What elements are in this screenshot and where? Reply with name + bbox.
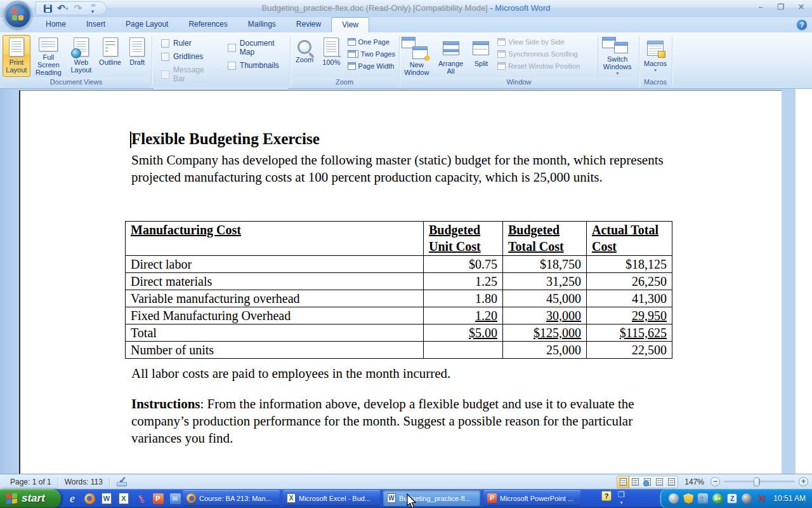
tray-zonealarm-icon[interactable]: Z <box>727 493 737 504</box>
checkbox-icon <box>161 39 169 48</box>
zoom-icon <box>298 40 311 54</box>
taskbar-button-word-active[interactable]: W Budgeting_practice-fl... <box>383 490 480 506</box>
tab-view[interactable]: View <box>331 17 369 32</box>
word-count[interactable]: Words: 113 <box>58 478 109 486</box>
table-cell: 31,250 <box>503 273 587 290</box>
document-instructions: Instructions: From the information above… <box>131 396 677 447</box>
group-label-macros[interactable]: Macros <box>641 77 670 88</box>
group-label-document-views[interactable]: Document Views <box>3 77 150 88</box>
tab-references[interactable]: References <box>178 17 237 32</box>
ruler-checkbox[interactable]: Ruler <box>161 39 216 48</box>
start-label: start <box>22 492 45 505</box>
word-icon[interactable]: W <box>100 492 113 505</box>
web-layout-button[interactable]: Web Layout <box>67 35 96 77</box>
help-button[interactable]: ? <box>797 20 807 30</box>
table-cell: Fixed Manufacturing Overhead <box>126 307 424 324</box>
tab-home[interactable]: Home <box>36 17 76 32</box>
internet-explorer-icon[interactable]: e <box>66 492 79 505</box>
title-bar: ↶▾ ↷ ═▾ Budgeting_practice-flex.doc (Rea… <box>0 0 812 17</box>
taskbar-clock[interactable]: 10:51 AM <box>773 494 806 503</box>
macros-button[interactable]: Macros ▾ <box>641 35 670 77</box>
table-cell: $18,125 <box>587 256 672 273</box>
document-map-label: Document Map <box>240 39 289 57</box>
excel-icon[interactable]: X <box>117 492 130 505</box>
zoom-in-button[interactable]: + <box>799 477 808 486</box>
tray-tools-icon[interactable]: 🔧 <box>698 493 708 504</box>
taskbar-button-excel[interactable]: X Microsoft Excel - Bud... <box>283 490 380 506</box>
tab-page-layout[interactable]: Page Layout <box>115 17 178 32</box>
outlook-express-icon[interactable]: ✉ <box>169 492 181 505</box>
taskbar-button-powerpoint[interactable]: P Microsoft PowerPoint ... <box>483 490 580 506</box>
web-layout-icon <box>74 37 89 57</box>
zoom-out-button[interactable]: − <box>710 477 720 486</box>
print-layout-label: Print Layout <box>4 58 29 74</box>
status-draft-button[interactable] <box>665 476 678 488</box>
zoom-level[interactable]: 147% <box>684 478 704 486</box>
status-bar: Page: 1 of 1 Words: 113 147% − + <box>0 474 812 489</box>
key-icon[interactable]: ⚷ <box>134 492 147 505</box>
ribbon-tab-row: Home Insert Page Layout References Maili… <box>0 17 812 32</box>
tray-antivirus-icon[interactable]: A+ <box>712 493 723 504</box>
tray-update-icon[interactable] <box>742 493 752 504</box>
minimize-button[interactable]: – <box>755 3 766 11</box>
zoom-slider-handle[interactable] <box>754 478 759 486</box>
full-screen-reading-button[interactable]: Full Screen Reading <box>30 35 67 77</box>
gridlines-checkbox[interactable]: Gridlines <box>161 52 216 61</box>
draft-icon <box>129 37 145 57</box>
restore-button[interactable]: ❐ <box>775 3 787 11</box>
firefox-icon[interactable] <box>83 492 96 505</box>
tray-messenger-icon[interactable] <box>669 493 679 504</box>
start-button[interactable]: start <box>0 489 61 508</box>
office-button[interactable] <box>4 1 32 29</box>
chevron-down-icon: ▾ <box>618 499 625 507</box>
tray-norton-icon[interactable]: N <box>756 493 766 504</box>
status-full-screen-button[interactable] <box>629 476 641 488</box>
group-label-window[interactable]: Window <box>401 77 637 88</box>
document-map-checkbox[interactable]: Document Map <box>228 39 289 57</box>
table-cell: Number of units <box>126 342 424 359</box>
outline-button[interactable]: Outline <box>96 35 125 77</box>
table-cell: 29,950 <box>587 307 672 324</box>
print-layout-button[interactable]: Print Layout <box>3 35 30 77</box>
status-web-layout-button[interactable] <box>641 476 653 488</box>
zoom-100-button[interactable]: 100% <box>318 35 344 77</box>
header-cell: Budgeted Total Cost <box>503 222 587 256</box>
new-window-button[interactable]: New Window <box>401 35 433 77</box>
arrange-all-button[interactable]: Arrange All <box>435 35 467 77</box>
page-width-button[interactable]: Page Width <box>346 62 397 70</box>
table-cell: 45,000 <box>503 290 587 307</box>
spellcheck-status-icon[interactable] <box>116 477 128 487</box>
word-icon: W <box>387 493 396 503</box>
powerpoint-icon[interactable]: P <box>152 492 164 505</box>
group-label-zoom[interactable]: Zoom <box>292 77 397 88</box>
split-button[interactable]: Split <box>469 35 493 77</box>
zoom-slider[interactable] <box>724 477 795 486</box>
tab-mailings[interactable]: Mailings <box>238 17 286 32</box>
table-cell: 1.80 <box>424 290 503 307</box>
tab-review[interactable]: Review <box>286 17 331 32</box>
switch-windows-button[interactable]: Switch Windows ▾ <box>598 35 637 77</box>
draft-button[interactable]: Draft <box>124 35 150 77</box>
thumbnails-checkbox[interactable]: Thumbnails <box>228 61 289 70</box>
close-button[interactable]: ✕ <box>796 3 807 11</box>
group-window: New Window Arrange All Split View Side b… <box>400 34 638 88</box>
status-print-layout-button[interactable] <box>617 476 629 488</box>
web-layout-label: Web Layout <box>69 58 94 74</box>
two-pages-icon <box>348 50 356 58</box>
two-pages-button[interactable]: Two Pages <box>346 50 397 58</box>
table-cell: Variable manufacturing overhead <box>126 290 424 307</box>
table-cell: $5.00 <box>424 324 503 342</box>
one-page-button[interactable]: One Page <box>346 37 397 46</box>
table-row: Fixed Manufacturing Overhead 1.20 30,000… <box>126 307 672 324</box>
zoom-button[interactable]: Zoom <box>292 35 317 77</box>
status-outline-button[interactable] <box>653 476 665 488</box>
page-indicator[interactable]: Page: 1 of 1 <box>4 478 58 486</box>
tab-insert[interactable]: Insert <box>76 17 115 32</box>
tray-security-shield-icon[interactable] <box>683 493 693 504</box>
taskbar-toolbar-button[interactable]: ❐▾ <box>618 491 625 507</box>
document-page[interactable]: Flexible Budgeting Exercise Smith Compan… <box>19 90 782 474</box>
taskbar-help-icon[interactable]: ? <box>601 491 612 501</box>
taskbar-button-firefox[interactable]: Course: BA 213: Man... <box>183 490 280 506</box>
instructions-label: Instructions <box>131 396 200 411</box>
arrange-all-label: Arrange All <box>437 60 465 75</box>
